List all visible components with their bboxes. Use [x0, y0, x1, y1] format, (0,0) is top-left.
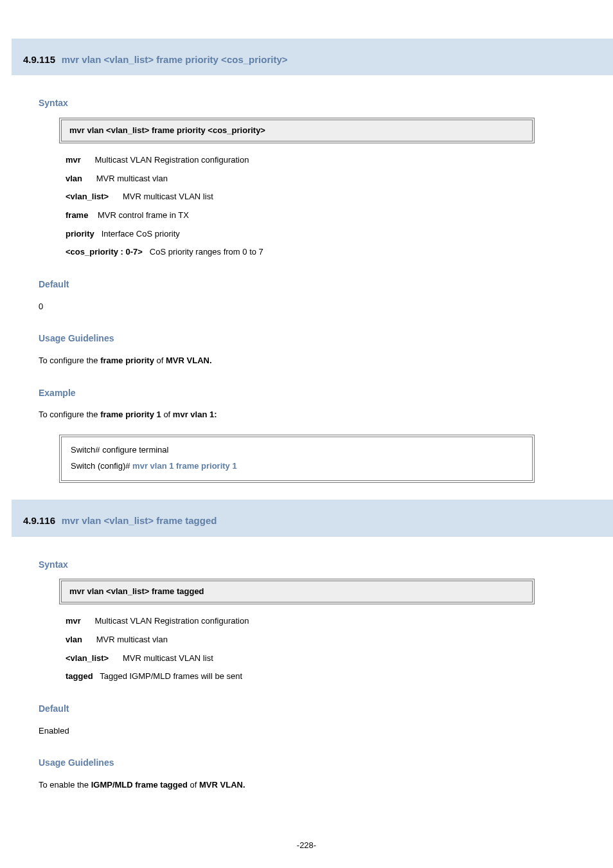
ex-1c: of: [161, 410, 173, 419]
example-output-line: Switch# configure terminal: [71, 442, 523, 458]
param-key: <vlan_list>: [66, 192, 109, 201]
param-row: mvr Multicast VLAN Registration configur…: [66, 152, 594, 168]
cmd1-p1: mvr vlan: [69, 125, 103, 135]
param-key: vlan: [66, 174, 82, 183]
param-desc: Interface CoS priority: [102, 229, 180, 239]
param-row: vlan MVR multicast vlan: [66, 171, 594, 187]
ex-1d: mvr vlan 1:: [173, 410, 217, 419]
syntax-command-box-1: mvr vlan <vlan_list> frame priority <cos…: [59, 118, 535, 143]
usage-line-1: To configure the frame priority of MVR V…: [39, 353, 594, 369]
param-desc: Tagged IGMP/MLD frames will be sent: [100, 671, 242, 681]
usage-2a: To enable the: [39, 780, 91, 790]
section-number-1: 4.9.115: [23, 54, 55, 65]
param-key: tagged: [66, 671, 93, 681]
ex-1b: frame priority 1: [100, 410, 161, 419]
cmd2-p2: <vlan_list> frame tagged: [106, 586, 204, 596]
cmd2-p1: mvr vlan: [69, 586, 103, 596]
param-desc: MVR multicast VLAN list: [123, 653, 213, 663]
param-key: mvr: [66, 155, 81, 165]
param-row: priority Interface CoS priority: [66, 226, 594, 242]
cmd1-p3: <cos_priority>: [208, 125, 265, 135]
usage-line-2: To enable the IGMP/MLD frame tagged of M…: [39, 777, 594, 793]
default-value-2: Enabled: [39, 723, 594, 739]
param-desc: CoS priority ranges from 0 to 7: [150, 247, 263, 257]
example-output-box-1: Switch# configure terminal Switch (confi…: [59, 435, 535, 483]
param-key: mvr: [66, 616, 81, 626]
ex-out-2b: mvr vlan 1 frame priority 1: [132, 461, 237, 471]
param-row: <vlan_list> MVR multicast VLAN list: [66, 189, 594, 205]
param-row: tagged Tagged IGMP/MLD frames will be se…: [66, 669, 594, 685]
example-output-line: Switch (config)# mvr vlan 1 frame priori…: [71, 458, 523, 475]
page-number: -228-: [0, 840, 613, 851]
param-row: frame MVR control frame in TX: [66, 208, 594, 224]
usage-1d: MVR VLAN.: [166, 356, 212, 365]
default-heading-2: Default: [39, 703, 594, 716]
section-title-1: mvr vlan <vlan_list> frame priority <cos…: [62, 54, 288, 65]
param-key: <vlan_list>: [66, 653, 109, 663]
usage-heading-2: Usage Guidelines: [39, 757, 594, 770]
usage-heading-1: Usage Guidelines: [39, 332, 594, 345]
param-row: vlan MVR multicast vlan: [66, 632, 594, 648]
usage-1c: of: [154, 356, 166, 365]
param-desc: MVR control frame in TX: [98, 210, 189, 220]
param-row: <vlan_list> MVR multicast VLAN list: [66, 651, 594, 667]
param-desc: MVR multicast vlan: [96, 635, 168, 644]
param-desc: MVR multicast vlan: [96, 174, 168, 183]
section-title-2: mvr vlan <vlan_list> frame tagged: [62, 515, 217, 526]
usage-1b: frame priority: [100, 356, 154, 365]
default-value-1: 0: [39, 299, 594, 315]
usage-2d: MVR VLAN.: [199, 780, 245, 790]
syntax-heading-2: Syntax: [39, 559, 594, 572]
param-desc: Multicast VLAN Registration configuratio…: [95, 616, 249, 626]
param-desc: MVR multicast VLAN list: [123, 192, 213, 201]
ex-out-2a: Switch (config)#: [71, 461, 132, 471]
usage-1a: To configure the: [39, 356, 100, 365]
usage-2b: IGMP/MLD frame tagged: [91, 780, 188, 790]
param-key: frame: [66, 210, 88, 220]
example-heading-1: Example: [39, 387, 594, 400]
example-line-1: To configure the frame priority 1 of mvr…: [39, 407, 594, 423]
cmd1-p2: <vlan_list> frame priority: [106, 125, 206, 135]
param-key: priority: [66, 229, 94, 239]
param-key: vlan: [66, 635, 82, 644]
param-row: <cos_priority : 0-7> CoS priority ranges…: [66, 244, 594, 260]
param-key: <cos_priority : 0-7>: [66, 247, 143, 257]
param-desc: Multicast VLAN Registration configuratio…: [95, 155, 249, 165]
syntax-heading-1: Syntax: [39, 97, 594, 110]
param-row: mvr Multicast VLAN Registration configur…: [66, 613, 594, 629]
syntax-command-box-2: mvr vlan <vlan_list> frame tagged: [59, 579, 535, 604]
default-heading-1: Default: [39, 278, 594, 291]
section-banner-2: 4.9.116 mvr vlan <vlan_list> frame tagge…: [12, 500, 613, 536]
usage-2c: of: [188, 780, 199, 790]
section-number-2: 4.9.116: [23, 515, 55, 526]
ex-1a: To configure the: [39, 410, 100, 419]
section-banner-1: 4.9.115 mvr vlan <vlan_list> frame prior…: [12, 39, 613, 75]
